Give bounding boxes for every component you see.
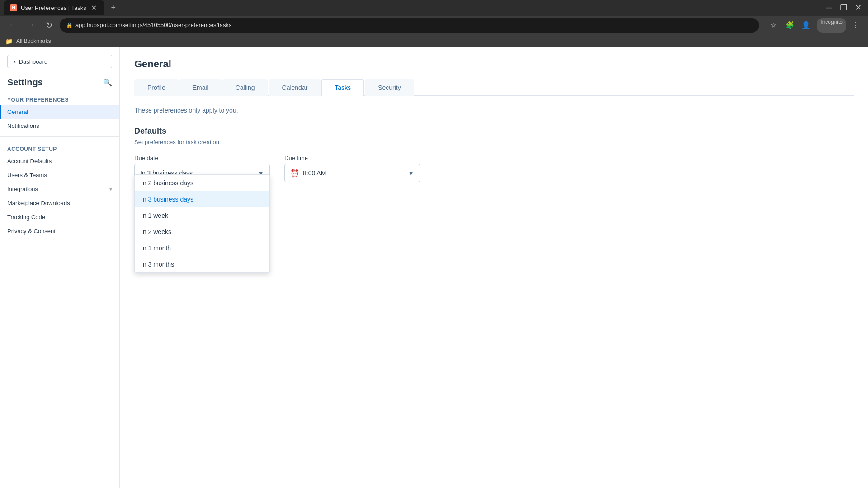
address-bar[interactable]: 🔒 app.hubspot.com/settings/45105500/user…: [60, 18, 759, 33]
content-area: These preferences only apply to you. Def…: [120, 96, 868, 218]
tab-security[interactable]: Security: [365, 79, 414, 96]
browser-chrome: H User Preferences | Tasks ✕ + ─ ❐ ✕ ← →…: [0, 0, 868, 47]
sidebar-divider: [0, 136, 119, 137]
bookmarks-bar: 📁 All Bookmarks: [0, 35, 868, 47]
due-date-group: Due date In 3 business days ▼ In 2 busin…: [134, 155, 270, 182]
due-time-value: 8:00 AM: [303, 169, 326, 177]
dropdown-option-5[interactable]: In 3 months: [135, 256, 269, 272]
dropdown-option-2[interactable]: In 1 week: [135, 207, 269, 224]
due-date-dropdown: In 2 business days In 3 business days In…: [134, 174, 270, 273]
notifications-label: Notifications: [7, 122, 39, 129]
due-time-group: Due time ⏰ 8:00 AM ▼: [284, 155, 420, 182]
due-time-arrow-icon: ▼: [408, 169, 414, 177]
sidebar-item-users-teams[interactable]: Users & Teams: [0, 168, 119, 182]
chevron-left-icon: ‹: [14, 58, 16, 65]
minimize-button[interactable]: ─: [823, 1, 835, 14]
due-time-select[interactable]: ⏰ 8:00 AM ▼: [284, 164, 420, 182]
bookmark-star-button[interactable]: ☆: [766, 18, 781, 33]
integrations-expand-icon: ▾: [109, 186, 112, 192]
settings-title: Settings: [7, 77, 43, 88]
tab-calling[interactable]: Calling: [222, 79, 268, 96]
defaults-section-desc: Set preferences for task creation.: [134, 139, 854, 145]
privacy-consent-label: Privacy & Consent: [7, 228, 56, 235]
users-teams-label: Users & Teams: [7, 172, 47, 178]
general-label: General: [7, 108, 28, 115]
search-icon[interactable]: 🔍: [103, 78, 112, 87]
close-window-button[interactable]: ✕: [852, 1, 864, 14]
sidebar-item-privacy-consent[interactable]: Privacy & Consent: [0, 224, 119, 238]
url-text: app.hubspot.com/settings/45105500/user-p…: [75, 22, 231, 28]
sidebar-item-marketplace-downloads[interactable]: Marketplace Downloads: [0, 196, 119, 210]
new-tab-button[interactable]: +: [107, 1, 120, 14]
account-defaults-label: Account Defaults: [7, 158, 52, 164]
sidebar-item-general[interactable]: General: [0, 105, 119, 119]
dashboard-label: Dashboard: [19, 58, 48, 65]
dropdown-option-0[interactable]: In 2 business days: [135, 175, 269, 191]
page-header: General Profile Email Calling Calendar T…: [120, 47, 868, 96]
browser-tab-title: User Preferences | Tasks: [21, 5, 86, 11]
defaults-section-title: Defaults: [134, 127, 854, 136]
browser-tab[interactable]: H User Preferences | Tasks ✕: [4, 0, 104, 15]
your-preferences-section-title: Your Preferences: [0, 91, 119, 105]
profile-button[interactable]: 👤: [799, 18, 813, 33]
sidebar-item-notifications[interactable]: Notifications: [0, 119, 119, 133]
form-row: Due date In 3 business days ▼ In 2 busin…: [134, 155, 854, 182]
page-title: General: [134, 58, 854, 70]
account-setup-section-title: Account Setup: [0, 141, 119, 154]
maximize-button[interactable]: ❐: [837, 1, 850, 14]
extension-button[interactable]: 🧩: [783, 18, 797, 33]
clock-icon: ⏰: [290, 169, 299, 178]
browser-favicon: H: [10, 4, 17, 11]
dropdown-scroll[interactable]: In 2 business days In 3 business days In…: [135, 175, 269, 272]
sidebar-item-tracking-code[interactable]: Tracking Code: [0, 210, 119, 224]
back-button[interactable]: ←: [5, 18, 20, 33]
browser-navbar: ← → ↻ 🔒 app.hubspot.com/settings/4510550…: [0, 16, 868, 35]
refresh-button[interactable]: ↻: [42, 18, 56, 33]
browser-titlebar: H User Preferences | Tasks ✕ + ─ ❐ ✕: [0, 0, 868, 16]
dropdown-option-4[interactable]: In 1 month: [135, 240, 269, 256]
tab-profile[interactable]: Profile: [134, 79, 179, 96]
due-date-label: Due date: [134, 155, 270, 161]
preferences-note: These preferences only apply to you.: [134, 107, 854, 114]
lock-icon: 🔒: [66, 22, 73, 28]
tracking-code-label: Tracking Code: [7, 214, 45, 221]
sidebar-item-integrations[interactable]: Integrations ▾: [0, 182, 119, 196]
tab-calendar[interactable]: Calendar: [269, 79, 321, 96]
settings-header: Settings 🔍: [0, 72, 119, 91]
nav-actions: ☆ 🧩 👤 Incognito ⋮: [766, 18, 863, 33]
incognito-badge: Incognito: [817, 18, 846, 33]
marketplace-downloads-label: Marketplace Downloads: [7, 200, 70, 206]
dropdown-option-1[interactable]: In 3 business days: [135, 191, 269, 207]
window-controls: ─ ❐ ✕: [823, 1, 864, 14]
integrations-label: Integrations: [7, 186, 38, 192]
sidebar-item-account-defaults[interactable]: Account Defaults: [0, 154, 119, 168]
dashboard-button[interactable]: ‹ Dashboard: [7, 55, 112, 68]
sidebar: ‹ Dashboard Settings 🔍 Your Preferences …: [0, 47, 120, 488]
bookmarks-folder-icon: 📁: [5, 38, 13, 45]
forward-button[interactable]: →: [24, 18, 38, 33]
tabs-container: Profile Email Calling Calendar Tasks Sec…: [134, 79, 854, 96]
menu-button[interactable]: ⋮: [848, 18, 863, 33]
all-bookmarks-link[interactable]: All Bookmarks: [16, 38, 51, 44]
tab-close-button[interactable]: ✕: [90, 4, 98, 12]
tab-email[interactable]: Email: [179, 79, 222, 96]
due-time-label: Due time: [284, 155, 420, 161]
app-container: ‹ Dashboard Settings 🔍 Your Preferences …: [0, 47, 868, 488]
tab-tasks[interactable]: Tasks: [321, 79, 364, 96]
dropdown-option-3[interactable]: In 2 weeks: [135, 224, 269, 240]
main-content: General Profile Email Calling Calendar T…: [120, 47, 868, 488]
